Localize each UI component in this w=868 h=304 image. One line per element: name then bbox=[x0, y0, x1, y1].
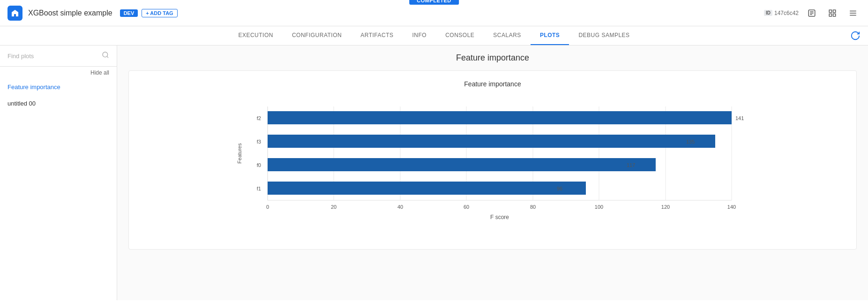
tab-execution[interactable]: EXECUTION bbox=[229, 26, 283, 45]
x-axis-label: F score bbox=[490, 214, 509, 220]
bar-f1-value: 96 bbox=[557, 186, 562, 191]
svg-line-12 bbox=[107, 56, 108, 58]
x-tick-120: 120 bbox=[661, 204, 670, 210]
app-title: XGBoost simple example bbox=[28, 9, 112, 17]
tab-configuration[interactable]: CONFIGURATION bbox=[283, 26, 351, 45]
bar-f0-value: 117 bbox=[627, 162, 635, 168]
chart-inner: 141 135 117 96 f2 f3 f0 f1 0 20 40 60 80… bbox=[143, 97, 842, 230]
bar-chart: 141 135 117 96 f2 f3 f0 f1 0 20 40 60 80… bbox=[143, 97, 842, 228]
bar-f3 bbox=[268, 135, 715, 148]
tab-scalars[interactable]: SCALARS bbox=[484, 26, 531, 45]
y-label-f3: f3 bbox=[257, 139, 261, 144]
y-label-f1: f1 bbox=[257, 186, 261, 191]
nav-tabs: EXECUTION CONFIGURATION ARTIFACTS INFO C… bbox=[0, 26, 868, 46]
dev-tag: DEV bbox=[120, 9, 138, 17]
add-tag-button[interactable]: + ADD TAG bbox=[142, 9, 177, 17]
main-layout: Hide all Feature importance untitled 00 … bbox=[0, 46, 868, 300]
chart-subtitle: Feature importance bbox=[143, 80, 842, 88]
id-badge: ID 147c6c42 bbox=[764, 10, 799, 16]
x-tick-40: 40 bbox=[397, 204, 403, 210]
tab-info[interactable]: INFO bbox=[403, 26, 436, 45]
svg-rect-7 bbox=[833, 14, 836, 16]
top-bar: XGBoost simple example DEV + ADD TAG COM… bbox=[0, 0, 868, 26]
description-icon-button[interactable] bbox=[804, 6, 819, 21]
svg-rect-4 bbox=[829, 10, 831, 12]
app-logo bbox=[7, 6, 22, 21]
y-label-f0: f0 bbox=[257, 162, 261, 168]
tab-console[interactable]: CONSOLE bbox=[436, 26, 484, 45]
layout-icon-button[interactable] bbox=[825, 6, 840, 21]
hide-all-row: Hide all bbox=[0, 67, 117, 79]
sidebar-item-feature-importance[interactable]: Feature importance bbox=[0, 79, 117, 95]
sidebar: Hide all Feature importance untitled 00 bbox=[0, 46, 117, 300]
x-tick-20: 20 bbox=[331, 204, 337, 210]
y-axis-label: Features bbox=[237, 143, 242, 164]
bar-f3-value: 135 bbox=[686, 139, 695, 144]
tab-artifacts[interactable]: ARTIFACTS bbox=[351, 26, 403, 45]
svg-rect-6 bbox=[829, 14, 831, 16]
search-input[interactable] bbox=[7, 53, 98, 60]
tab-plots[interactable]: PLOTS bbox=[531, 26, 569, 45]
chart-main-title: Feature importance bbox=[128, 53, 857, 63]
bar-f2-value: 141 bbox=[735, 115, 744, 121]
x-tick-80: 80 bbox=[530, 204, 536, 210]
chart-area: Feature importance Feature importance bbox=[117, 46, 868, 300]
svg-point-11 bbox=[103, 52, 108, 57]
refresh-icon-button[interactable] bbox=[850, 30, 861, 41]
menu-icon-button[interactable] bbox=[846, 6, 861, 21]
y-label-f2: f2 bbox=[257, 115, 261, 121]
bar-f0 bbox=[268, 158, 656, 171]
svg-rect-5 bbox=[833, 10, 836, 12]
completed-badge: COMPLETED bbox=[409, 0, 459, 5]
x-tick-0: 0 bbox=[266, 204, 269, 210]
search-icon bbox=[102, 51, 109, 61]
id-value: 147c6c42 bbox=[774, 10, 799, 16]
hide-all-button[interactable]: Hide all bbox=[90, 69, 109, 76]
bar-f1 bbox=[268, 182, 586, 195]
top-right-icons: ID 147c6c42 bbox=[764, 6, 861, 21]
chart-container: Feature importance bbox=[128, 70, 857, 250]
tab-debug-samples[interactable]: DEBUG SAMPLES bbox=[569, 26, 639, 45]
x-tick-100: 100 bbox=[595, 204, 603, 210]
x-tick-140: 140 bbox=[727, 204, 736, 210]
bar-f2 bbox=[268, 111, 732, 124]
sidebar-item-untitled[interactable]: untitled 00 bbox=[0, 95, 117, 112]
id-label: ID bbox=[764, 10, 772, 16]
search-box bbox=[0, 46, 117, 67]
x-tick-60: 60 bbox=[464, 204, 469, 210]
